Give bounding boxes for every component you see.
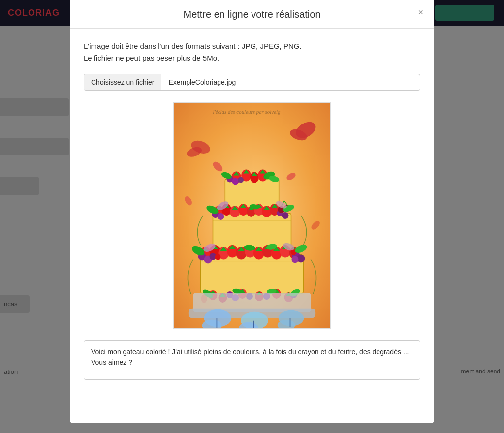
cake-svg: l'éclas des couleurs par solveig [174, 103, 330, 328]
svg-point-26 [232, 178, 239, 185]
file-name-display: ExempleColoriage.jpg [161, 74, 420, 90]
file-choose-button[interactable]: Choisissez un fichier [84, 74, 161, 90]
svg-text:l'éclas des couleurs par solve: l'éclas des couleurs par solveig [213, 109, 281, 115]
svg-point-48 [217, 213, 224, 220]
info-text-block: L'image doit être dans l'un des formats … [84, 40, 420, 64]
image-preview-container: l'éclas des couleurs par solveig [84, 102, 420, 329]
svg-point-27 [238, 177, 244, 183]
svg-rect-11 [201, 255, 304, 294]
modal-dialog: Mettre en ligne votre réalisation × L'im… [70, 0, 434, 423]
modal-title: Mettre en ligne votre réalisation [183, 9, 320, 20]
modal-header: Mettre en ligne votre réalisation × [70, 0, 434, 29]
info-line-1: L'image doit être dans l'un des formats … [84, 40, 420, 52]
modal-body: L'image doit être dans l'un des formats … [70, 29, 434, 394]
file-input-container[interactable]: Choisissez un fichier ExempleColoriage.j… [84, 74, 420, 91]
image-preview: l'éclas des couleurs par solveig [173, 102, 331, 329]
modal-close-button[interactable]: × [415, 7, 426, 18]
svg-point-87 [291, 256, 298, 263]
svg-point-50 [282, 212, 289, 219]
info-line-2: Le fichier ne peut pas peser plus de 5Mo… [84, 52, 420, 64]
comment-textarea[interactable]: Voici mon gateau colorié ! J'ai utilisé … [84, 340, 420, 380]
svg-point-88 [215, 254, 220, 260]
